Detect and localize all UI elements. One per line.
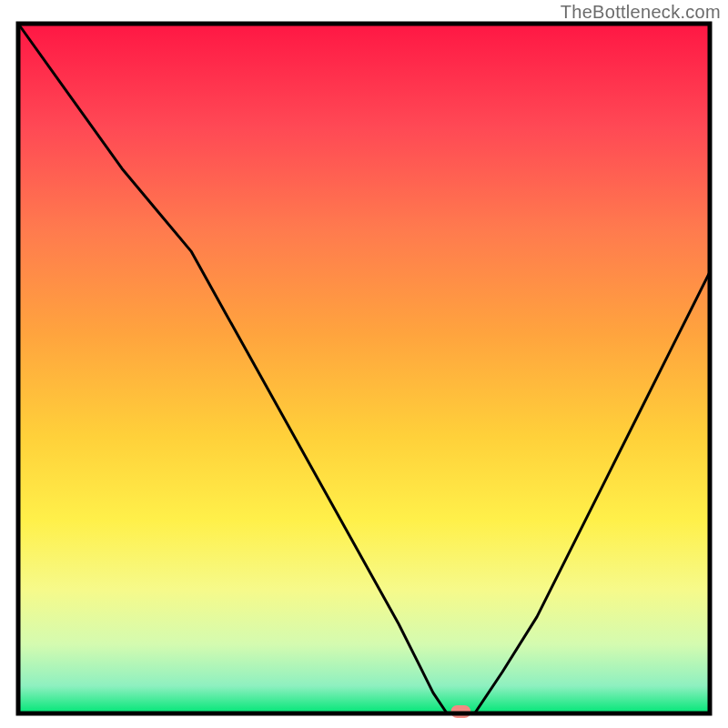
watermark-text: TheBottleneck.com bbox=[561, 2, 721, 23]
chart-background-gradient bbox=[18, 24, 710, 713]
chart-container: TheBottleneck.com bbox=[0, 0, 728, 728]
bottleneck-chart bbox=[0, 0, 728, 728]
